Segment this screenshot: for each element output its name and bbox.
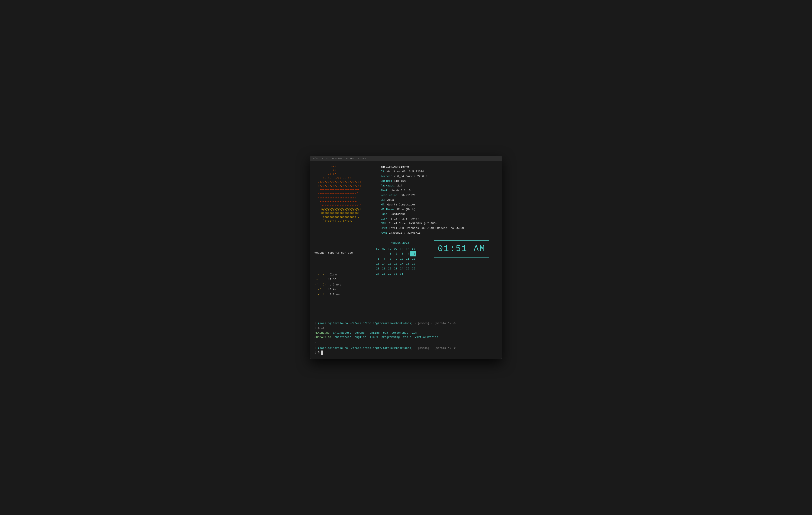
cal-row-2: 6 7 8 9 10 11 12 — [374, 256, 426, 261]
info-wm-theme: WM Theme: Blue (Dark) — [381, 207, 464, 212]
title-network: 0.0 kB↓ — [332, 157, 342, 160]
ls-row-2: SUMMARY.md cheatsheet english linux prog… — [315, 335, 497, 340]
clock-time: 01:51 — [438, 244, 468, 254]
info-os: OS: 64bit macOS 13.5 22G74 — [381, 169, 464, 174]
ascii-art: -/+:. :++++. /+++/. .:-::. ./++:-..::- .… — [315, 165, 374, 235]
ls-row-1: README.md artifactory devops jenkins osx… — [315, 331, 497, 335]
info-cpu: CPU: Intel Core i9-9980HK @ 2.40GHz — [381, 221, 464, 226]
weather-title: Weather report: sanjose — [315, 250, 374, 255]
title-shell: % -bash — [357, 157, 367, 160]
weather-block: Weather report: sanjose \ / Clear .-. 17… — [315, 240, 374, 312]
info-kernel: Kernel: x86_64 Darwin 22.6.0 — [381, 174, 464, 179]
info-user: marslo@iMarsloPro — [381, 165, 464, 169]
prompt-block-2: ⌈ (marslo@iMarsloPro ~/iMarslo/tools/git… — [315, 346, 497, 355]
info-de: DE: Aqua — [381, 198, 464, 202]
terminal-window: 8/05 01:57 0.0 kB↓ 15 kB↑ % -bash -/+:. … — [310, 156, 502, 359]
info-resolution: Resolution: 3072x1920 — [381, 193, 464, 198]
title-bar-info: 8/05 01:57 0.0 kB↓ 15 kB↑ % -bash — [313, 157, 499, 160]
prompt-cmd-line-2: ⌊ $ — [315, 351, 497, 355]
prompt-block-1: ⌈ (marslo@iMarsloPro ~/iMarslo/tools/git… — [315, 321, 497, 330]
cal-row-5: 27 28 29 30 31 — [374, 271, 426, 276]
cal-row-4: 20 21 22 23 24 25 26 — [374, 266, 426, 271]
separator-2: > — [315, 341, 497, 345]
separator-1 — [315, 316, 497, 321]
ls-output: README.md artifactory devops jenkins osx… — [315, 331, 497, 339]
clock-period: AM — [473, 244, 486, 254]
info-gpu: GPU: Intel UHD Graphics 630 / AMD Radeon… — [381, 226, 464, 231]
clock-block: 01:51 AM — [434, 240, 489, 258]
cursor — [321, 351, 323, 355]
cal-row-1: 1 2 3 4 5 — [374, 251, 426, 256]
calendar-block: August 2023 Su Mo Tu We Th Fr Sa 1 2 3 4 — [374, 240, 426, 276]
neofetch-section: -/+:. :++++. /+++/. .:-::. ./++:-..::- .… — [315, 165, 497, 235]
info-shell: Shell: bash 5.2.15 — [381, 188, 464, 193]
calendar-header: August 2023 — [374, 240, 426, 245]
cal-row-3: 13 14 15 16 17 18 19 — [374, 261, 426, 266]
calendar-days-header: Su Mo Tu We Th Fr Sa — [374, 246, 426, 251]
sysinfo: marslo@iMarsloPro OS: 64bit macOS 13.5 2… — [381, 165, 464, 235]
title-date: 8/05 — [313, 157, 318, 160]
prompt-line-2: ⌈ (marslo@iMarsloPro ~/iMarslo/tools/git… — [315, 346, 497, 350]
weather-rows: \ / Clear .-. 17 °C -( )- ↘ 2 m/s '-' 16… — [315, 267, 374, 302]
info-wm: WM: Quartz Compositor — [381, 202, 464, 207]
clock-display: 01:51 AM — [434, 240, 489, 258]
title-bar: 8/05 01:57 0.0 kB↓ 15 kB↑ % -bash — [310, 156, 502, 161]
info-disk: Disk: 1.1T / 2.1T (54%) — [381, 217, 464, 221]
info-ram: RAM: 14398MiB / 32768MiB — [381, 231, 464, 235]
terminal-content: -/+:. :++++. /+++/. .:-::. ./++:-..::- .… — [310, 161, 502, 359]
title-disk: 15 kB↑ — [346, 157, 354, 160]
info-font: Font: ComicMono — [381, 212, 464, 217]
info-packages: Packages: 214 — [381, 184, 464, 188]
title-time: 01:57 — [322, 157, 329, 160]
prompt-cmd-line-1: ⌊ $ ls — [315, 326, 497, 330]
info-uptime: Uptime: 11h 15m — [381, 179, 464, 184]
weather-calendar-section: Weather report: sanjose \ / Clear .-. 17… — [315, 240, 497, 312]
prompt-line-1: ⌈ (marslo@iMarsloPro ~/iMarslo/tools/git… — [315, 321, 497, 326]
